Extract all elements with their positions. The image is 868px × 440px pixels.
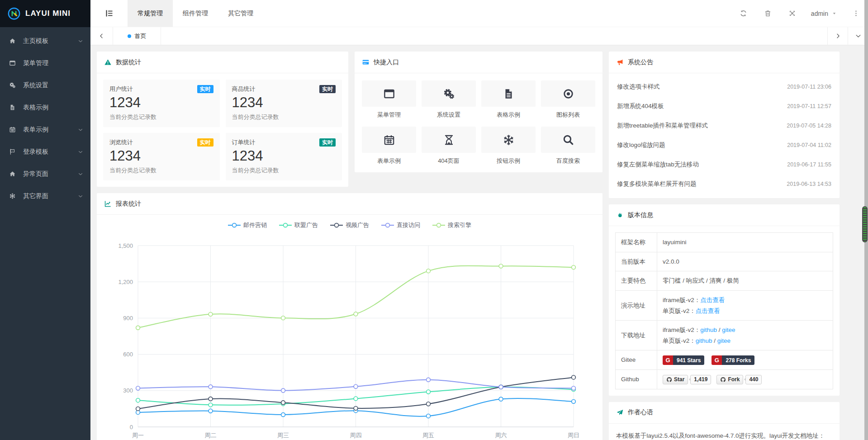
stats-card: 数据统计 用户统计 1234 当前分类总记录数 实时商品统计 1234 当前分类…: [97, 52, 348, 187]
gitee-badge[interactable]: G941 Stars: [663, 355, 704, 365]
tab-scroll-right-button[interactable]: [827, 27, 848, 45]
link-github[interactable]: github: [696, 337, 712, 344]
sidebar-item-2[interactable]: 菜单管理: [0, 52, 90, 74]
author-body: 本模板基于layui2.5.4以及font-awesome-4.7.0进行实现。…: [609, 424, 840, 440]
sidebar-item-1[interactable]: 主页模板: [0, 30, 90, 52]
quick-entry-search[interactable]: 百度搜索: [541, 127, 595, 165]
legend-item-邮件营销[interactable]: 邮件营销: [228, 221, 267, 229]
quick-entry-filetext[interactable]: 表格示例: [481, 80, 536, 119]
link-gitee[interactable]: gitee: [722, 326, 735, 333]
chevron-down-icon: [78, 194, 83, 199]
filetext-icon: [9, 104, 20, 111]
legend-item-联盟广告[interactable]: 联盟广告: [279, 221, 318, 229]
paper-plane-icon: [616, 409, 624, 416]
github-fork-button[interactable]: Fork: [716, 375, 743, 385]
clear-cache-icon[interactable]: [756, 0, 780, 27]
link-点击查看[interactable]: 点击查看: [696, 308, 720, 314]
notice-date: 2019-07-11 12:57: [787, 103, 831, 109]
sidebar-item-8[interactable]: 其它界面: [0, 185, 90, 207]
header-actions: admin: [731, 0, 868, 27]
stat-box: 用户统计 1234 当前分类总记录数 实时: [103, 80, 220, 127]
legend-label: 联盟广告: [294, 221, 318, 229]
sidebar-item-7[interactable]: 异常页面: [0, 163, 90, 185]
scrollbar-thumb[interactable]: [862, 206, 868, 242]
gitee-badge[interactable]: G278 Forks: [711, 355, 754, 365]
quick-entry-snowflake[interactable]: 按钮示例: [481, 127, 536, 165]
gitee-badge-label: 278 Forks: [722, 355, 754, 365]
legend-item-视频广告[interactable]: 视频广告: [330, 221, 369, 229]
version-row-label: 主要特色: [616, 271, 657, 291]
sidebar-item-6[interactable]: 登录模板: [0, 141, 90, 163]
tab-active-dot: [128, 34, 131, 38]
notice-card: 系统公告 修改选项卡样式 2019-07-11 23:06新增系统404模板 2…: [609, 52, 840, 198]
gitee-icon: G: [711, 355, 722, 365]
header-nav-1[interactable]: 常规管理: [128, 0, 173, 27]
header-nav-3[interactable]: 其它管理: [218, 0, 263, 27]
github-count[interactable]: 440: [745, 375, 762, 385]
tab-home[interactable]: 首页: [113, 27, 161, 45]
chevron-down-icon: [78, 149, 83, 155]
notice-row: 修复左侧菜单缩放tab无法移动 2019-06-17 11:55: [617, 155, 831, 174]
version-row: 下载地址iframe版-v2：github / gitee单页版-v2：gith…: [616, 321, 833, 350]
notice-row: 修改选项卡样式 2019-07-11 23:06: [617, 77, 831, 96]
stat-box: 商品统计 1234 当前分类总记录数 实时: [226, 80, 342, 127]
refresh-icon[interactable]: [731, 0, 756, 27]
user-menu[interactable]: admin: [805, 0, 844, 27]
legend-item-搜索引擎[interactable]: 搜索引擎: [432, 221, 471, 229]
legend-item-直接访问[interactable]: 直接访问: [381, 221, 420, 229]
quick-entry-calendar[interactable]: 表单示例: [362, 127, 416, 165]
legend-marker: [330, 222, 343, 228]
username: admin: [811, 10, 828, 17]
svg-text:1,500: 1,500: [118, 242, 133, 249]
notice-row: 新增系统404模板 2019-07-11 12:57: [617, 96, 831, 116]
svg-text:周六: 周六: [495, 432, 507, 439]
link-github[interactable]: github: [700, 326, 717, 333]
filetext-icon: [503, 88, 515, 100]
octocat-icon: [720, 377, 726, 383]
notice-row: 修复多模块菜单栏展开有问题 2019-06-13 14:53: [617, 174, 831, 194]
link-点击查看[interactable]: 点击查看: [700, 297, 725, 303]
sidebar: LAYUI MINI 主页模板 菜单管理 系统设置 表格示例 表单示例 登录模板…: [0, 0, 90, 440]
tab-scroll-left-button[interactable]: [90, 27, 113, 45]
version-line: iframe版-v2：点击查看: [663, 295, 827, 306]
bullhorn-icon: [616, 58, 624, 66]
legend-label: 搜索引擎: [448, 221, 471, 229]
fullscreen-icon[interactable]: [780, 0, 805, 27]
notice-date: 2019-07-04 11:02: [787, 142, 831, 148]
notice-date: 2019-07-05 14:28: [787, 123, 831, 129]
tabbar-spacer: [161, 27, 827, 45]
tab-label: 首页: [135, 32, 147, 40]
svg-text:900: 900: [123, 315, 133, 322]
sidebar-item-3[interactable]: 系统设置: [0, 74, 90, 96]
fire-icon: [616, 211, 624, 219]
sidebar-item-label: 其它界面: [23, 192, 78, 200]
quick-entry-hourglass[interactable]: 404页面: [422, 127, 476, 165]
cogs-icon: [443, 88, 455, 100]
quick-entry-dotcircle[interactable]: 图标列表: [541, 80, 595, 119]
caret-down-icon: [831, 10, 837, 16]
link-gitee[interactable]: gitee: [717, 337, 730, 344]
author-card: 作者心语 本模板基于layui2.5.4以及font-awesome-4.7.0…: [609, 402, 840, 440]
notice-text: 修改选项卡样式: [617, 83, 660, 91]
notice-text: 新增treetable插件和菜单管理样式: [617, 122, 708, 130]
quick-entry-window[interactable]: 菜单管理: [362, 80, 416, 119]
version-row-label: 演示地址: [616, 290, 657, 320]
header-nav-2[interactable]: 组件管理: [173, 0, 218, 27]
sidebar-item-4[interactable]: 表格示例: [0, 96, 90, 118]
logo-text: LAYUI MINI: [25, 9, 71, 18]
cogs-icon: [9, 82, 20, 89]
logo[interactable]: LAYUI MINI: [0, 0, 90, 27]
version-table: 框架名称layuimini当前版本v2.0.0主要特色零门槛 / 响应式 / 清…: [615, 232, 833, 389]
version-line: 单页版-v2：点击查看: [663, 306, 827, 317]
chevron-down-icon: [78, 127, 83, 132]
menu-collapse-icon[interactable]: [90, 0, 128, 27]
version-row-label: 框架名称: [616, 233, 657, 252]
github-star-button[interactable]: Star: [663, 375, 688, 385]
legend-marker: [381, 222, 394, 228]
quick-entry-cogs[interactable]: 系统设置: [422, 80, 476, 119]
github-count[interactable]: 1,419: [690, 375, 711, 385]
notice-date: 2019-06-17 11:55: [787, 161, 831, 168]
legend-marker: [432, 222, 445, 228]
svg-text:周一: 周一: [132, 432, 144, 439]
sidebar-item-5[interactable]: 表单示例: [0, 118, 90, 141]
